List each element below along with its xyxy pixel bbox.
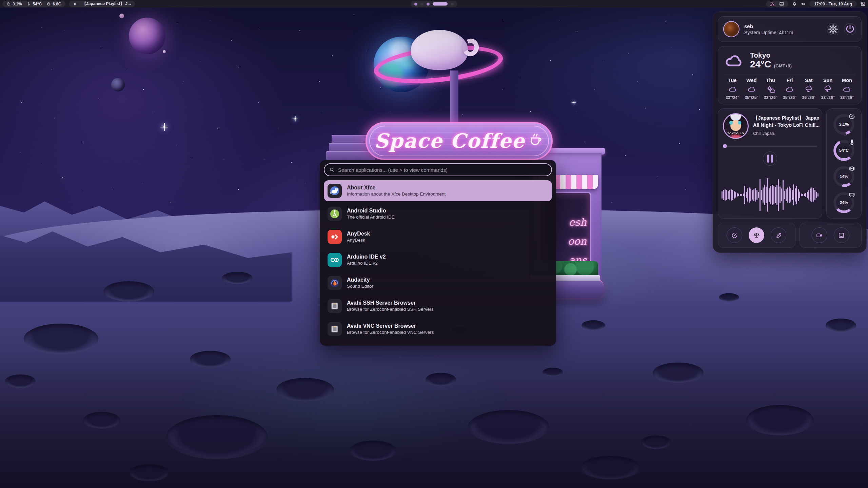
system-stats-pill[interactable]: 3.1% 54°C 6.8G: [2, 1, 65, 7]
visualizer-bar: [735, 192, 736, 198]
crater: [468, 410, 549, 444]
app-title: Audacity: [347, 277, 373, 283]
bell-icon[interactable]: [792, 2, 797, 6]
visualizer-bar: [732, 190, 733, 200]
visualizer-bar: [740, 194, 741, 196]
crater: [349, 441, 397, 461]
sun-cloud-icon: [766, 85, 775, 93]
visualizer-bar: [723, 190, 724, 200]
visualizer-bar: [789, 186, 790, 203]
visualizer-bar: [738, 194, 739, 196]
visualizer-bar: [787, 187, 788, 203]
scales-button[interactable]: [749, 227, 764, 243]
cloud-icon: [785, 85, 794, 93]
visualizer-bar: [817, 193, 818, 197]
visualizer-bar: [811, 187, 812, 202]
visualizer-bar: [760, 179, 761, 211]
leaf-button[interactable]: [771, 227, 786, 243]
xfce-icon: [328, 184, 342, 198]
system-stat-value: 3.1%: [13, 2, 22, 6]
visualizer-bar: [741, 194, 742, 196]
small-moon: [163, 50, 166, 53]
system-gauges: 3.1% 54°C 14% 24%: [826, 108, 862, 219]
app-item-avahi[interactable]: Avahi VNC Server Browser Browse for Zero…: [324, 319, 552, 340]
search-input[interactable]: [338, 167, 547, 173]
workspace-dot-occupied[interactable]: [427, 2, 430, 5]
visualizer-bar: [810, 188, 811, 201]
app-item-avahi[interactable]: Avahi SSH Server Browser Browse for Zero…: [324, 296, 552, 317]
leaf-icon: [775, 232, 782, 239]
crater: [542, 368, 563, 377]
audio-visualizer: [723, 176, 817, 214]
forecast-day: Fri 35°/26°: [782, 78, 798, 100]
visualizer-bar: [790, 188, 791, 202]
seek-bar[interactable]: [723, 144, 817, 148]
app-description: Information about the Xfce Desktop Envir…: [347, 191, 446, 197]
app-item-xfce[interactable]: About Xfce Information about the Xfce De…: [324, 180, 552, 201]
workspace-dot-empty[interactable]: [420, 2, 423, 5]
crater: [190, 351, 231, 368]
forecast-temps: 33°/26°: [840, 95, 854, 100]
visualizer-bar: [770, 186, 771, 204]
now-playing-pill[interactable]: 【Japanese Playlist】 J...: [69, 1, 135, 7]
workspace-dot-occupied[interactable]: [414, 2, 417, 5]
visualizer-bar: [756, 190, 757, 200]
system-stat-value: 54°C: [33, 2, 42, 6]
settings-button[interactable]: [827, 23, 839, 35]
system-stat[interactable]: 54°C: [26, 2, 42, 6]
workspace-dot-current[interactable]: [433, 2, 448, 6]
speedometer-button[interactable]: [727, 227, 742, 243]
disk-icon: [848, 191, 855, 198]
gauge-icon: [6, 2, 11, 6]
gauge-31: 3.1%: [833, 114, 854, 135]
visualizer-bar: [802, 194, 803, 196]
pause-icon: [73, 2, 77, 6]
tray-pill[interactable]: [766, 1, 788, 7]
forecast-day-label: Mon: [842, 78, 852, 83]
wallpaper-image-icon[interactable]: [779, 1, 784, 6]
forecast-temps: 35°/25°: [745, 95, 758, 100]
camera-button[interactable]: [812, 227, 827, 243]
system-stat[interactable]: 6.8G: [46, 2, 61, 6]
app-item-audacity[interactable]: Audacity Sound Editor: [324, 272, 552, 293]
forecast-day: Sat 36°/26°: [801, 78, 817, 100]
visualizer-bar: [750, 188, 751, 201]
seek-track: [723, 146, 817, 147]
app-item-anydesk[interactable]: AnyDesk AnyDesk: [324, 226, 552, 247]
seek-thumb[interactable]: [723, 144, 727, 148]
thermometer-icon: [848, 139, 855, 146]
visualizer-bar: [744, 186, 745, 204]
apps-grid-icon[interactable]: [861, 1, 866, 6]
dark-moonlet: [111, 78, 125, 92]
screen-button[interactable]: [834, 227, 849, 243]
roof-step: [332, 135, 370, 143]
visualizer-bar: [752, 190, 753, 200]
weather-timezone: (GMT+9): [774, 63, 792, 68]
speaker-icon[interactable]: [801, 1, 806, 6]
avahi-icon: [328, 299, 342, 313]
visualizer-bar: [731, 189, 732, 201]
visualizer-bar: [798, 189, 799, 201]
workspace-indicator[interactable]: [411, 1, 457, 7]
power-button[interactable]: [844, 23, 856, 35]
network-icon[interactable]: [770, 2, 775, 6]
visualizer-bar: [746, 192, 747, 198]
avatar[interactable]: [723, 21, 739, 37]
gauge-14: 14%: [833, 166, 854, 187]
forecast-day: Thu 33°/26°: [763, 78, 779, 100]
power-icon: [844, 23, 856, 35]
search-bar[interactable]: [324, 163, 552, 176]
play-pause-button[interactable]: [763, 151, 777, 166]
visualizer-bar: [743, 194, 744, 196]
system-stat[interactable]: 3.1%: [6, 2, 22, 6]
small-moon: [119, 14, 124, 18]
audacity-icon: [328, 276, 342, 290]
app-item-arduino[interactable]: Arduino IDE v2 Arduino IDE v2: [324, 249, 552, 270]
cloud-icon: [747, 85, 756, 93]
visualizer-bar: [725, 189, 726, 201]
workspace-dot-empty[interactable]: [451, 2, 454, 5]
rain-icon: [804, 85, 813, 93]
app-item-android-studio[interactable]: Android Studio The official Android IDE: [324, 203, 552, 224]
clock[interactable]: 17:09 - Tue, 19 Aug: [809, 1, 857, 7]
visualizer-bar: [808, 190, 809, 200]
